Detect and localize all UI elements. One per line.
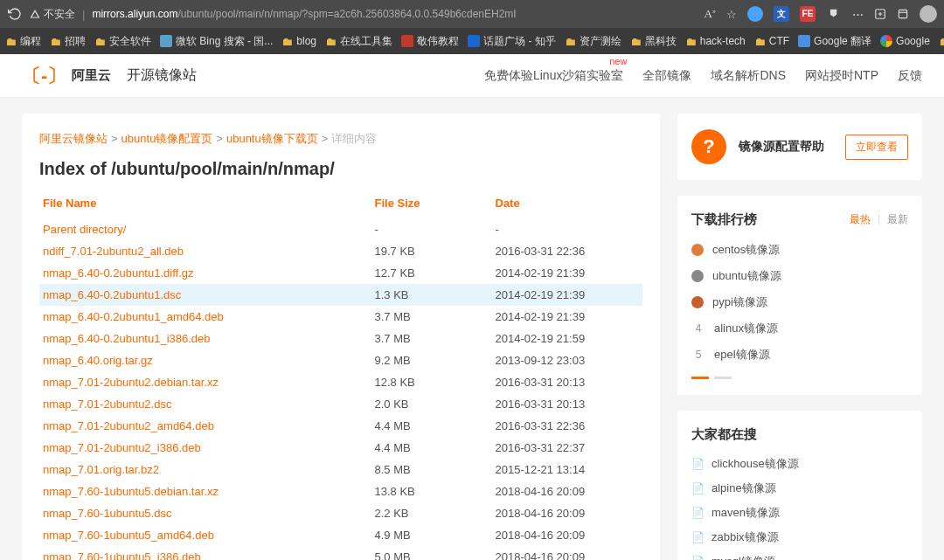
bookmark-item[interactable]: Google <box>880 35 930 47</box>
ext-shield[interactable]: ⛊ <box>826 6 842 22</box>
rank-list: centos镜像源ubuntu镜像源pypi镜像源4alinux镜像源5epel… <box>691 237 908 368</box>
popular-item[interactable]: 📄maven镜像源 <box>691 501 908 525</box>
nav-item-2[interactable]: 域名解析DNS <box>711 68 786 84</box>
logo-icon: 〔-〕 <box>22 63 66 89</box>
bookmark-label: CTF <box>769 35 789 47</box>
col-size[interactable]: File Size <box>371 191 492 218</box>
popular-item[interactable]: 📄alpine镜像源 <box>691 476 908 501</box>
nav-item-4[interactable]: 反馈 <box>898 68 922 84</box>
favorite-icon[interactable]: ☆ <box>726 8 737 21</box>
file-link[interactable]: Parent directory/ <box>43 223 126 236</box>
breadcrumb-link[interactable]: ubuntu镜像下载页 <box>226 132 318 145</box>
profile-avatar[interactable] <box>920 5 937 23</box>
file-link[interactable]: nmap_7.60-1ubuntu5.debian.tar.xz <box>43 485 219 498</box>
rank-number: 4 <box>691 322 705 335</box>
file-size: 12.8 KB <box>371 371 492 393</box>
table-row: nmap_6.40-0.2ubuntu1_i386.deb3.7 MB2014-… <box>39 328 642 349</box>
file-link[interactable]: nmap_6.40-0.2ubuntu1_amd64.deb <box>43 310 224 323</box>
rank-item[interactable]: 5epel镜像源 <box>691 342 908 368</box>
popular-item[interactable]: 📄clickhouse镜像源 <box>691 452 908 476</box>
ext-fe[interactable]: FE <box>800 6 816 22</box>
file-size: 4.4 MB <box>371 415 492 437</box>
nav-item-3[interactable]: 网站授时NTP <box>805 68 878 84</box>
file-link[interactable]: nmap_6.40.orig.tar.gz <box>43 354 153 367</box>
ext-plus-icon[interactable] <box>874 8 886 20</box>
pager-dot-1[interactable] <box>691 377 709 379</box>
site-title[interactable]: 开源镜像站 <box>127 66 197 85</box>
bookmark-item[interactable]: 🖿blog <box>281 35 316 48</box>
bookmark-item[interactable]: 话题广场 - 知乎 <box>468 34 556 49</box>
file-date: 2016-03-31 22:36 <box>492 240 643 262</box>
reload-icon[interactable] <box>7 6 23 22</box>
col-name[interactable]: File Name <box>39 191 371 218</box>
help-panel: ? 镜像源配置帮助 立即查看 <box>677 114 922 180</box>
file-link[interactable]: nmap_7.01-2ubuntu2_amd64.deb <box>43 419 214 432</box>
bookmark-item[interactable]: 🖿资产测绘 <box>565 34 621 49</box>
rank-item[interactable]: pypi镜像源 <box>691 289 908 315</box>
file-size: 8.5 MB <box>371 459 492 480</box>
pager-dot-2[interactable] <box>714 377 732 379</box>
rank-item[interactable]: ubuntu镜像源 <box>691 263 908 289</box>
file-link[interactable]: nmap_7.60-1ubuntu5_amd64.deb <box>43 529 214 542</box>
file-link[interactable]: nmap_7.01-2ubuntu2.dsc <box>43 398 171 411</box>
page-title: Index of /ubuntu/pool/main/n/nmap/ <box>39 159 642 179</box>
bookmark-item[interactable]: 🖿CTF <box>754 35 789 48</box>
insecure-indicator[interactable]: 不安全 <box>30 7 75 22</box>
file-date: - <box>492 218 643 240</box>
file-link[interactable]: ndiff_7.01-2ubuntu2_all.deb <box>43 245 184 258</box>
rank-label: pypi镜像源 <box>712 294 767 310</box>
page-header: 〔-〕 阿里云 开源镜像站 免费体验Linux沙箱实验室new全部镜像域名解析D… <box>0 54 944 98</box>
collections-icon[interactable] <box>897 8 909 20</box>
bookmark-item[interactable]: Google 翻译 <box>798 34 871 49</box>
nav-item-1[interactable]: 全部镜像 <box>642 68 691 84</box>
bookmark-item[interactable]: 🖿招聘 <box>50 34 86 49</box>
file-link[interactable]: nmap_6.40-0.2ubuntu1.dsc <box>43 288 181 301</box>
file-link[interactable]: nmap_7.60-1ubuntu5.dsc <box>43 507 171 520</box>
bookmark-item[interactable]: 敬伟教程 <box>401 34 459 49</box>
doc-icon: 📄 <box>691 556 705 560</box>
ext-more[interactable]: ⋯ <box>852 8 864 21</box>
bookmark-label: 招聘 <box>65 34 86 49</box>
rank-item[interactable]: centos镜像源 <box>691 237 908 263</box>
folder-icon: 🖿 <box>94 35 106 48</box>
breadcrumb-link[interactable]: 阿里云镜像站 <box>39 132 108 145</box>
help-view-button[interactable]: 立即查看 <box>845 135 908 160</box>
tab-new[interactable]: 最新 <box>887 212 908 227</box>
popular-item[interactable]: 📄mysql镜像源 <box>691 550 908 560</box>
url-display[interactable]: mirrors.aliyun.com/ubuntu/pool/main/n/nm… <box>92 8 697 20</box>
file-link[interactable]: nmap_7.60-1ubuntu5_i386.deb <box>43 550 201 560</box>
bookmark-item[interactable]: 🖿在线工具集 <box>325 34 392 49</box>
bookmark-item[interactable]: 微软 Bing 搜索 - 国... <box>160 34 273 49</box>
breadcrumb-link[interactable]: ubuntu镜像配置页 <box>121 132 213 145</box>
rank-label: centos镜像源 <box>712 242 780 258</box>
col-date[interactable]: Date <box>492 191 643 218</box>
file-size: 12.7 KB <box>371 262 492 284</box>
file-link[interactable]: nmap_6.40-0.2ubuntu1.diff.gz <box>43 266 194 280</box>
rank-item[interactable]: 4alinux镜像源 <box>691 315 908 342</box>
file-date: 2016-03-31 22:36 <box>492 415 643 437</box>
popular-list: 📄clickhouse镜像源📄alpine镜像源📄maven镜像源📄zabbix… <box>691 452 908 560</box>
nav-item-0[interactable]: 免费体验Linux沙箱实验室new <box>484 68 623 84</box>
rank-label: alinux镜像源 <box>714 321 778 336</box>
bookmark-item[interactable]: 🖿国外站 <box>939 34 944 49</box>
bookmark-item[interactable]: 🖿黑科技 <box>630 34 677 49</box>
tab-hot[interactable]: 最热 <box>850 212 871 227</box>
file-link[interactable]: nmap_7.01-2ubuntu2.debian.tar.xz <box>43 376 219 389</box>
logo[interactable]: 〔-〕 阿里云 <box>22 63 111 89</box>
doc-icon: 📄 <box>691 458 705 470</box>
popular-item[interactable]: 📄zabbix镜像源 <box>691 525 908 550</box>
bookmark-item[interactable]: 🖿安全软件 <box>94 34 151 49</box>
insecure-label: 不安全 <box>44 7 75 22</box>
file-link[interactable]: nmap_7.01-2ubuntu2_i386.deb <box>43 441 201 454</box>
ext-blue-dot[interactable] <box>747 6 763 22</box>
file-date: 2016-03-31 20:13 <box>492 393 643 415</box>
file-link[interactable]: nmap_6.40-0.2ubuntu1_i386.deb <box>43 332 211 345</box>
reader-icon[interactable]: A» <box>705 7 716 21</box>
file-size: 4.4 MB <box>371 437 492 459</box>
bookmark-item[interactable]: 🖿编程 <box>5 34 41 49</box>
file-link[interactable]: nmap_7.01.orig.tar.bz2 <box>43 463 159 476</box>
ext-translate[interactable]: 文 <box>774 6 789 22</box>
favicon-red <box>401 35 413 47</box>
file-size: 13.8 KB <box>371 480 492 502</box>
bookmark-item[interactable]: 🖿hack-tech <box>685 35 746 48</box>
